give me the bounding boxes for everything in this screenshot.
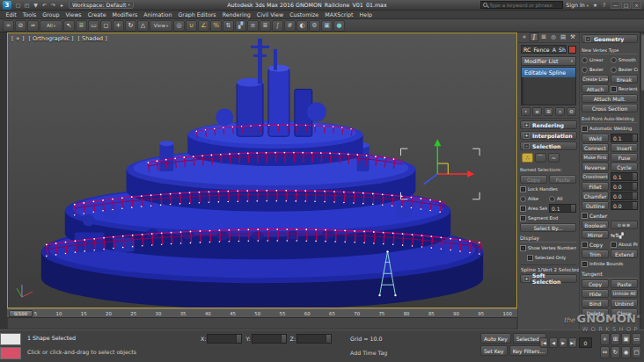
geometry-control[interactable]: Fuse bbox=[611, 153, 638, 162]
tab-motion[interactable]: ◎ bbox=[549, 33, 558, 41]
geometry-control[interactable]: Reorient bbox=[611, 84, 638, 93]
save-icon[interactable]: ▼ bbox=[32, 1, 40, 9]
geometry-control[interactable]: Delete bbox=[582, 308, 609, 317]
viewport-pov-menu[interactable]: [ Orthographic ] bbox=[28, 35, 73, 42]
geometry-control[interactable]: Close bbox=[611, 308, 638, 317]
viewport-shading-menu[interactable]: [ Shaded ] bbox=[78, 35, 107, 42]
reference-coordinate-dropdown[interactable]: View bbox=[150, 20, 172, 32]
rectangular-selection-region-icon[interactable]: ▭ bbox=[88, 20, 99, 32]
geometry-control[interactable]: Automatic Welding bbox=[582, 124, 638, 133]
minimize-button[interactable]: — bbox=[611, 1, 620, 9]
render-setup-icon[interactable]: ⚙ bbox=[309, 20, 320, 32]
app-logo-icon[interactable]: 3 bbox=[3, 1, 11, 10]
x-coordinate-field[interactable] bbox=[207, 334, 242, 344]
geometry-control[interactable]: 0.0 bbox=[611, 192, 638, 200]
project-folder-icon[interactable]: ▸ bbox=[58, 1, 66, 9]
geometry-control[interactable]: ⇆⇅▞ bbox=[611, 230, 624, 239]
zoom-icon[interactable]: + bbox=[600, 333, 610, 345]
object-color-swatch[interactable] bbox=[568, 46, 576, 54]
selection-control[interactable]: Copy bbox=[520, 175, 547, 184]
spline-subobject-button[interactable]: ∼ bbox=[548, 153, 560, 163]
play-button[interactable]: ▶ bbox=[559, 337, 567, 348]
geometry-control[interactable]: Insert bbox=[611, 143, 638, 152]
modifier-list-dropdown[interactable]: Modifier List bbox=[521, 56, 576, 66]
snaps-toggle-icon[interactable]: ∪ bbox=[186, 20, 197, 32]
material-editor-icon[interactable]: ◐ bbox=[296, 20, 308, 32]
selection-control[interactable]: Paste bbox=[549, 175, 576, 184]
geometry-control[interactable]: Bind bbox=[582, 299, 609, 308]
mirror-icon[interactable]: ▞ bbox=[235, 20, 246, 32]
menu-item[interactable]: Help bbox=[356, 11, 375, 18]
tab-utilities[interactable]: ⚒ bbox=[568, 33, 577, 41]
selection-filter-dropdown[interactable]: All bbox=[40, 20, 62, 32]
geometry-control[interactable]: Extend bbox=[611, 250, 638, 258]
geometry-control[interactable]: 0.0 bbox=[611, 182, 638, 191]
geometry-control[interactable]: Center bbox=[582, 211, 638, 220]
geometry-control[interactable]: Break bbox=[611, 75, 638, 83]
layer-manager-icon[interactable]: ≣ bbox=[260, 20, 271, 32]
selection-control[interactable]: 0.1 bbox=[549, 204, 576, 213]
select-by-name-icon[interactable]: ≣ bbox=[76, 20, 87, 32]
selection-control[interactable]: Select By... bbox=[520, 223, 576, 232]
maximize-viewport-icon[interactable]: ▢ bbox=[632, 346, 641, 358]
selection-control[interactable]: Lock Handles bbox=[520, 185, 576, 193]
menu-item[interactable]: Animation bbox=[141, 11, 175, 18]
bind-to-space-warp-icon[interactable]: ≈ bbox=[27, 20, 39, 32]
maxscript-mini-listener[interactable] bbox=[0, 347, 21, 359]
selection-control[interactable]: Show Vertex Numbers bbox=[520, 243, 576, 252]
rollout-geometry[interactable]: - Geometry bbox=[582, 34, 638, 43]
geometry-control[interactable]: Unbind bbox=[611, 299, 638, 308]
field-of-view-icon[interactable]: ◉ bbox=[621, 346, 631, 358]
geometry-control[interactable]: Linear bbox=[582, 55, 609, 64]
selection-control[interactable]: Area Selection: bbox=[520, 204, 547, 213]
geometry-control[interactable]: 0.1 bbox=[611, 134, 638, 142]
geometry-control[interactable]: Hide bbox=[582, 289, 609, 298]
geometry-control[interactable]: Bezier bbox=[582, 65, 609, 74]
geometry-control[interactable]: Boolean bbox=[582, 221, 609, 229]
geometry-control[interactable]: Attach bbox=[582, 84, 609, 93]
time-slider[interactable]: 0510152025303540455055606570758085909510… bbox=[7, 308, 517, 318]
tab-modify[interactable]: ∫ bbox=[530, 33, 538, 41]
maximize-button[interactable]: □ bbox=[621, 1, 631, 9]
close-button[interactable]: × bbox=[632, 1, 641, 9]
show-end-result-icon[interactable]: ≡ bbox=[532, 107, 542, 116]
y-coordinate-field[interactable] bbox=[252, 334, 287, 344]
zoom-all-icon[interactable]: ⊞ bbox=[611, 333, 620, 345]
previous-frame-button[interactable]: ◀ bbox=[549, 337, 558, 348]
select-object-icon[interactable]: ↖ bbox=[63, 20, 75, 32]
select-and-move-icon[interactable]: + bbox=[113, 20, 124, 32]
select-and-rotate-icon[interactable]: ↻ bbox=[125, 20, 136, 32]
selection-control[interactable]: Segment End bbox=[520, 214, 576, 222]
menu-item[interactable]: Civil View bbox=[253, 11, 286, 18]
menu-item[interactable]: Tools bbox=[19, 11, 40, 18]
pan-icon[interactable]: ↔ bbox=[600, 346, 610, 358]
rollout-rendering[interactable]: + Rendering bbox=[520, 120, 577, 129]
unlink-selection-icon[interactable]: ⊘ bbox=[15, 20, 26, 32]
geometry-control[interactable]: Reverse bbox=[582, 163, 609, 171]
geometry-control[interactable]: About Pivot bbox=[611, 240, 638, 249]
geometry-control[interactable]: Fillet bbox=[582, 182, 609, 191]
tab-display[interactable]: ▤ bbox=[559, 33, 567, 41]
tab-create[interactable]: + bbox=[520, 33, 529, 41]
viewport-general-menu[interactable]: [ + ] bbox=[11, 35, 24, 42]
schematic-view-icon[interactable]: # bbox=[284, 20, 296, 32]
favorites-icon[interactable]: ★ bbox=[591, 1, 599, 9]
tab-hierarchy[interactable]: ⊞ bbox=[539, 33, 548, 41]
menu-item[interactable]: Views bbox=[62, 11, 84, 18]
geometry-control[interactable]: Connect bbox=[582, 143, 609, 152]
geometry-control[interactable]: Unhide All bbox=[611, 289, 638, 298]
track-bar[interactable] bbox=[7, 318, 517, 329]
help-icon[interactable]: ? bbox=[600, 1, 608, 9]
geometry-control[interactable]: Create Line bbox=[582, 75, 609, 83]
go-to-end-button[interactable]: ▶| bbox=[568, 337, 577, 348]
geometry-control[interactable]: 0.0 bbox=[611, 201, 638, 210]
segment-subobject-button[interactable]: ⌒ bbox=[535, 153, 546, 163]
time-slider-handle[interactable]: 0/100 bbox=[9, 310, 33, 317]
vertex-subobject-button[interactable]: ∴ bbox=[522, 153, 533, 163]
search-input[interactable] bbox=[489, 3, 560, 8]
geometry-control[interactable]: Chamfer bbox=[582, 192, 609, 200]
spinner-snap-icon[interactable]: ⇅ bbox=[223, 20, 234, 32]
select-and-scale-icon[interactable]: △ bbox=[137, 20, 149, 32]
percent-snap-icon[interactable]: % bbox=[210, 20, 222, 32]
use-pivot-point-icon[interactable]: ◎ bbox=[173, 20, 185, 32]
